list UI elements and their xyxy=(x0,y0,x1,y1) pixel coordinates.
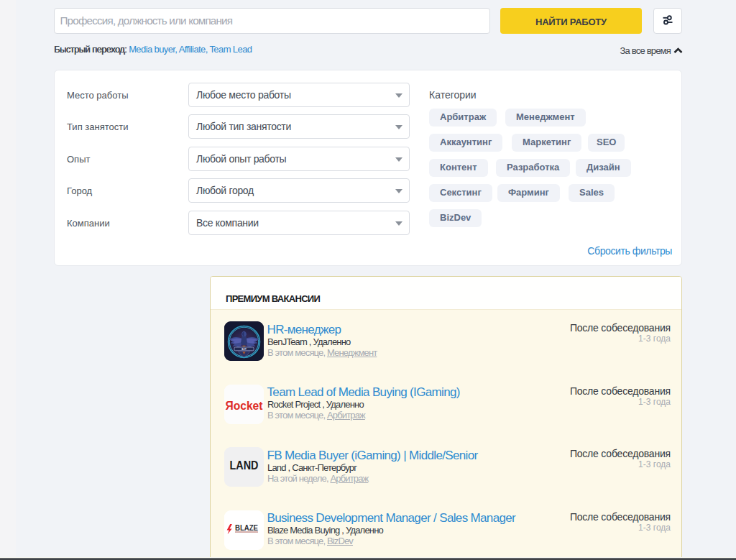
svg-text:LAND: LAND xyxy=(230,459,259,472)
svg-text:BJT: BJT xyxy=(242,348,247,351)
svg-text:BLAZE: BLAZE xyxy=(235,523,258,532)
svg-text:Яocket: Яocket xyxy=(226,399,264,411)
